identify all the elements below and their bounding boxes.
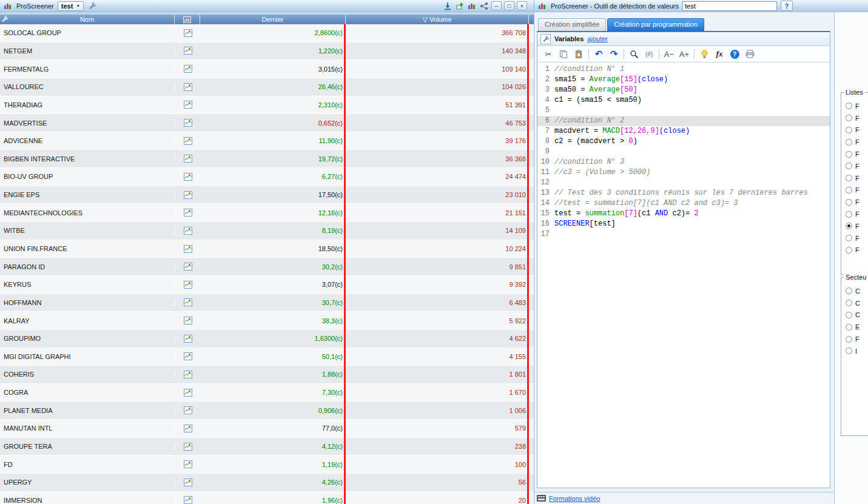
maximize-button[interactable]: □ (504, 1, 514, 10)
list-option[interactable]: F (846, 220, 868, 232)
open-chart-button[interactable] (175, 29, 200, 37)
table-row[interactable]: HOFFMANN 30,7(c) 6 483 (0, 294, 534, 312)
open-chart-button[interactable] (175, 47, 200, 55)
search-icon[interactable] (628, 49, 639, 59)
list-option[interactable]: F (846, 244, 868, 257)
list-option[interactable]: F (846, 112, 868, 124)
editor-tab[interactable]: Création par programmation (607, 18, 704, 31)
open-chart-button[interactable] (175, 443, 200, 451)
list-option[interactable]: F (846, 232, 868, 244)
list-option[interactable]: F (846, 124, 868, 136)
table-row[interactable]: THERADIAG 2,310(c) 51 391 (0, 96, 534, 115)
print-icon[interactable] (744, 49, 755, 59)
table-row[interactable]: BIO-UV GROUP 6,27(c) 24 474 (0, 168, 534, 186)
open-chart-button[interactable] (175, 298, 200, 306)
table-row[interactable]: COHERIS 1,88(c) 1 801 (0, 366, 534, 384)
table-row[interactable]: ENGIE EPS 17,50(c) 23 010 (0, 186, 534, 204)
wrench-icon[interactable] (87, 1, 97, 11)
paste-icon[interactable] (573, 49, 584, 59)
table-row[interactable]: SOLOCAL GROUP 2,8600(c) 366 708 (0, 24, 534, 42)
open-chart-button[interactable] (175, 245, 200, 253)
font-larger-icon[interactable]: A+ (679, 49, 690, 59)
table-row[interactable]: PLANET MEDIA 0,906(c) 1 006 (0, 402, 534, 420)
sector-option[interactable]: C (846, 309, 868, 321)
column-header-volume[interactable]: ▽ Volume (346, 15, 529, 24)
code-editor[interactable]: 1 //condition N° 1 2 sma15 = Average[15]… (537, 62, 830, 488)
chart-icon[interactable] (467, 1, 477, 11)
table-row[interactable]: MGI DIGITAL GRAPHI 50,1(c) 4 155 (0, 348, 534, 366)
open-chart-button[interactable] (175, 83, 200, 91)
table-row[interactable]: MANUTAN INTL 77,0(c) 579 (0, 420, 534, 438)
sector-option[interactable]: F (846, 333, 868, 345)
table-row[interactable]: NETGEM 1,220(c) 140 348 (0, 42, 534, 61)
font-smaller-icon[interactable]: A− (664, 49, 675, 59)
open-chart-button[interactable] (175, 137, 200, 145)
table-row[interactable]: MADVERTISE 0,652(c) 46 753 (0, 114, 534, 132)
open-chart-button[interactable] (175, 155, 200, 163)
open-chart-button[interactable] (175, 263, 200, 270)
functions-icon[interactable]: fx (714, 49, 725, 59)
list-option[interactable]: F (846, 208, 868, 220)
table-row[interactable]: GROUPE TERA 4,12(c) 238 (0, 438, 534, 456)
table-row[interactable]: UNION FIN.FRANCE 18,50(c) 10 224 (0, 240, 534, 258)
table-row[interactable]: FD 1,19(c) 100 (0, 455, 534, 474)
screener-selector-dropdown[interactable]: test ▼ (58, 1, 84, 11)
column-header-chart[interactable] (175, 15, 200, 24)
cut-icon[interactable]: ✂ (543, 49, 554, 59)
open-chart-button[interactable] (175, 371, 200, 378)
open-chart-button[interactable] (175, 352, 200, 360)
download-icon[interactable] (443, 1, 453, 11)
help-button[interactable]: ? (781, 1, 793, 11)
open-chart-button[interactable] (175, 389, 200, 397)
table-row[interactable]: PARAGON ID 30,2(c) 9 851 (0, 258, 534, 276)
minimize-button[interactable]: ─ (491, 1, 502, 10)
list-option[interactable]: F (846, 160, 868, 172)
screener-name-input[interactable] (682, 1, 777, 11)
list-option[interactable]: F (846, 196, 868, 208)
help-icon[interactable]: ? (729, 49, 740, 59)
open-chart-button[interactable] (175, 101, 200, 109)
editor-tab[interactable]: Création simplifiée (538, 18, 606, 31)
export-icon[interactable] (455, 1, 465, 11)
table-row[interactable]: BIGBEN INTERACTIVE 19,72(c) 36 368 (0, 150, 534, 168)
open-chart-button[interactable] (175, 425, 200, 432)
table-row[interactable]: UPERGY 4,26(c) 56 (0, 474, 534, 492)
list-option[interactable]: F (846, 172, 868, 184)
open-chart-button[interactable] (175, 119, 200, 127)
undo-icon[interactable]: ↶ (593, 49, 604, 59)
variables-settings-button[interactable] (540, 34, 551, 44)
open-chart-button[interactable] (175, 406, 200, 414)
open-chart-button[interactable] (175, 335, 200, 343)
sector-option[interactable]: C (846, 297, 868, 309)
list-option[interactable]: F (846, 148, 868, 160)
open-chart-button[interactable] (175, 65, 200, 73)
list-option[interactable]: F (846, 136, 868, 148)
close-button[interactable]: × (517, 1, 527, 10)
open-chart-button[interactable] (175, 227, 200, 235)
open-chart-button[interactable] (175, 317, 200, 324)
table-row[interactable]: MEDIANTECHNOLOGIES 12,16(c) 21 151 (0, 204, 534, 222)
open-chart-button[interactable] (175, 173, 200, 181)
open-chart-button[interactable] (175, 281, 200, 289)
table-row[interactable]: FERMENTALG 3,015(c) 109 140 (0, 60, 534, 78)
column-header-nom[interactable]: Nom (0, 15, 175, 24)
open-chart-button[interactable] (175, 209, 200, 217)
sector-option[interactable]: C (846, 285, 868, 297)
table-row[interactable]: IMMERSION 1,96(c) 20 (0, 492, 534, 504)
table-row[interactable]: KALRAY 38,3(c) 5 922 (0, 312, 534, 330)
redo-icon[interactable]: ↷ (608, 49, 619, 59)
open-chart-button[interactable] (175, 479, 200, 486)
hint-bulb-icon[interactable] (699, 49, 710, 59)
table-row[interactable]: VALLOUREC 26,46(c) 104 026 (0, 78, 534, 96)
open-chart-button[interactable] (175, 191, 200, 199)
table-row[interactable]: GROUPIMO 1,6300(c) 4 622 (0, 330, 534, 348)
sector-option[interactable]: I (846, 345, 868, 357)
copy-icon[interactable] (558, 49, 569, 59)
open-chart-button[interactable] (175, 496, 200, 504)
video-trainings-link[interactable]: Formations vidéo (549, 495, 600, 502)
column-header-dernier[interactable]: Dernier (200, 15, 346, 24)
list-option[interactable]: F (846, 100, 868, 112)
table-settings-icon[interactable] (1, 15, 8, 24)
list-option[interactable]: F (846, 184, 868, 197)
open-chart-button[interactable] (175, 460, 200, 468)
